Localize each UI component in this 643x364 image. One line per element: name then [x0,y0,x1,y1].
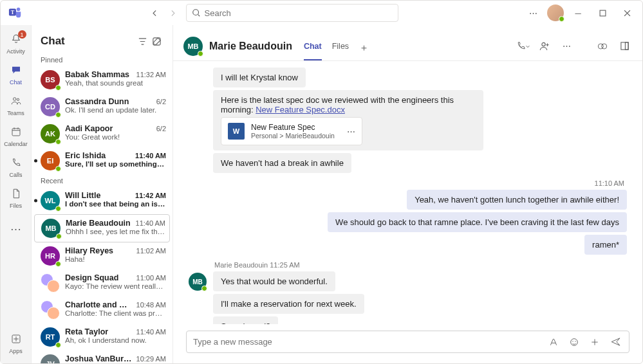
open-pane-button[interactable] [595,39,610,54]
activity-badge: 1 [18,30,26,39]
files-icon [10,188,22,201]
word-file-icon: W [228,123,245,140]
rail-apps[interactable]: Apps [1,329,32,358]
chat-list-item[interactable]: JV Joshua VanBuren 10:29 AM Thanks for r… [32,350,172,363]
tab-files[interactable]: Files [332,42,349,60]
chat-list-item[interactable]: EI Eric Ishida 11:40 AM Sure, I'll set u… [32,147,172,174]
chat-item-avatar: EI [41,151,60,170]
chat-item-avatar: WL [41,191,60,210]
chat-item-name: Cassandra Dunn [65,97,153,106]
rail-chat[interactable]: Chat [1,60,32,89]
window-maximize[interactable] [592,5,613,21]
rail-teams[interactable]: Teams [1,91,32,120]
svg-point-22 [572,341,573,341]
rail-label: Calls [9,172,22,178]
chat-item-preview: Haha! [65,255,166,263]
send-button[interactable] [608,336,622,347]
svg-point-18 [602,44,607,49]
chat-item-time: 11:00 AM [136,274,166,282]
chat-list-item[interactable]: AK Aadi Kapoor 6/2 You: Great work! [32,120,172,147]
chat-list-item[interactable]: BS Babak Shammas 11:32 AM Yeah, that sou… [32,66,172,93]
group-avatar [41,273,60,293]
message-timestamp: 11:10 AM [593,179,627,187]
message-bubble: Yes that would be wonderful. [213,271,335,291]
window-minimize[interactable]: ─ [568,5,588,21]
chat-item-name: Eric Ishida [65,151,131,160]
chat-list-item[interactable]: CD Cassandra Dunn 6/2 Ok. I'll send an u… [32,93,172,120]
new-chat-button[interactable] [149,34,163,48]
nav-back-button[interactable] [147,5,163,21]
chat-item-name: Design Squad [65,273,133,282]
more-icon: ⋯ [10,224,21,235]
svg-point-3 [192,10,198,15]
rail-label: Files [10,203,22,209]
chat-list-item[interactable]: Charlotte and Babak 10:48 AM Charlotte: … [32,296,172,323]
filter-button[interactable] [135,34,149,48]
window-close[interactable] [617,5,637,21]
chat-item-preview: Ohhh I see, yes let me fix that! [66,228,165,235]
svg-rect-5 [600,10,606,16]
message-bubble: I will let Krystal know [213,68,306,87]
rail-label: Calendar [4,141,28,147]
chat-item-time: 11:02 AM [136,247,166,255]
chat-item-time: 10:29 AM [136,355,166,363]
format-button[interactable] [546,337,561,347]
add-people-button[interactable] [537,39,552,54]
svg-text:T: T [11,10,15,15]
chat-item-preview: Ok. I'll send an update later. [65,106,166,114]
message-bubble: I'll make a reservation for next week. [213,294,364,314]
chat-item-name: Marie Beaudouin [66,219,132,228]
chat-list-item[interactable]: RT Reta Taylor 11:40 AM Ah, ok I underst… [32,323,172,350]
message-input[interactable] [193,337,540,347]
chat-item-preview: Yeah, that sounds great [65,79,166,87]
svg-rect-8 [12,128,20,135]
chat-item-preview: Kayo: The review went really well! Can't… [65,282,166,290]
chat-item-name: Charlotte and Babak [65,300,133,309]
svg-point-23 [575,341,575,341]
message-composer[interactable] [186,331,629,353]
tab-add-button[interactable]: ＋ [359,42,369,60]
chat-item-time: 11:42 AM [135,192,166,199]
file-link[interactable]: New Feature Spec.docx [256,105,345,114]
nav-forward-button[interactable] [165,5,181,21]
teams-icon [10,95,22,109]
message-bubble: Here is the latest spec doc we reviewed … [213,90,483,150]
message-meta: Marie Beaudouin 11:25 AM [213,261,364,269]
rail-files[interactable]: Files [1,183,32,213]
svg-point-2 [17,8,21,12]
chat-list-item[interactable]: Design Squad 11:00 AM Kayo: The review w… [32,269,172,296]
svg-line-4 [198,15,200,17]
svg-point-16 [542,42,545,46]
chat-list-item[interactable]: WL Will Little 11:42 AM I don't see that… [32,187,172,214]
rail-calls[interactable]: Calls [1,152,32,182]
file-attachment-card[interactable]: W New Feature Spec Personal > MarieBeaud… [221,117,362,145]
emoji-button[interactable] [567,337,581,347]
chat-item-preview: Ah, ok I understand now. [65,336,166,344]
chat-item-time: 11:32 AM [136,71,166,78]
more-button[interactable]: ⋯ [523,5,543,21]
popout-button[interactable] [617,39,632,54]
search-input[interactable] [205,8,393,18]
chat-list-item[interactable]: HR Hilary Reyes 11:02 AM Haha! [32,242,172,269]
chat-item-avatar: MB [41,219,61,238]
rail-more[interactable]: ⋯ [1,214,32,244]
attach-button[interactable] [588,337,602,347]
chat-item-avatar: HR [41,246,60,266]
file-more-button[interactable]: ⋯ [347,127,355,136]
message-bubble: We should go back to that ramne place. I… [328,212,627,232]
rail-calendar[interactable]: Calendar [1,122,32,151]
call-button[interactable] [515,39,530,54]
chat-item-time: 11:40 AM [135,152,166,159]
search-box[interactable] [186,4,398,22]
chat-item-name: Joshua VanBuren [65,354,133,363]
tab-chat[interactable]: Chat [304,42,322,60]
chat-item-avatar: AK [41,124,60,143]
rail-activity[interactable]: Activity 1 [1,29,32,59]
chat-item-time: 6/2 [156,98,166,105]
group-avatar [41,300,60,320]
conversation-more-button[interactable]: ⋯ [559,39,574,54]
chat-list-item[interactable]: MB Marie Beaudouin 11:40 AM Ohhh I see, … [34,214,170,242]
current-user-avatar[interactable] [547,5,564,21]
chat-item-preview: Charlotte: The client was pretty happy w… [65,309,166,317]
svg-rect-19 [620,42,628,50]
